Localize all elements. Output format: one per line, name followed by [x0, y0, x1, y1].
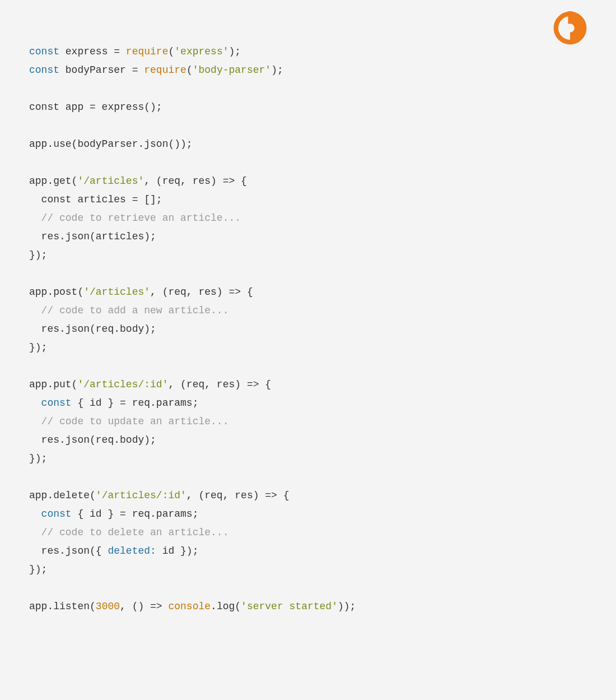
code-line: app.delete('/articles/:id', (req, res) =… — [29, 486, 356, 505]
code-token: }); — [29, 342, 47, 353]
code-token: ); — [229, 46, 241, 57]
code-token — [29, 527, 41, 538]
code-token: const — [29, 64, 59, 76]
code-line: app.listen(3000, () => console.log('serv… — [29, 597, 356, 616]
code-token: 'body-parser' — [193, 64, 271, 76]
code-token: , (req, res) => { — [150, 286, 253, 298]
code-token: // code to add a new article... — [41, 305, 229, 316]
code-line: res.json(req.body); — [29, 431, 356, 449]
code-line: const app = express(); — [29, 98, 356, 117]
code-token: require — [126, 46, 169, 57]
code-line: const bodyParser = require('body-parser'… — [29, 61, 356, 80]
code-token: }); — [29, 249, 47, 261]
code-token: // code to retrieve an article... — [41, 212, 241, 224]
code-token: res.json(articles); — [29, 231, 156, 242]
code-line — [29, 579, 356, 597]
code-token: require — [144, 64, 186, 76]
code-token: { id } = req.params; — [72, 508, 199, 520]
code-token: const app = express(); — [29, 101, 162, 113]
code-block: const express = require('express');const… — [29, 43, 356, 616]
code-token: .log( — [211, 601, 241, 612]
code-token: res.json({ — [29, 545, 108, 557]
code-token: , (req, res) => { — [186, 490, 290, 501]
code-line: // code to retrieve an article... — [29, 209, 356, 228]
code-line: app.get('/articles', (req, res) => { — [29, 172, 356, 191]
code-token: deleted: — [108, 545, 156, 557]
code-line: // code to delete an article... — [29, 523, 356, 542]
code-line: app.use(bodyParser.json()); — [29, 135, 356, 154]
code-token: const — [41, 508, 72, 520]
code-line — [29, 117, 356, 135]
code-line: app.post('/articles', (req, res) => { — [29, 283, 356, 302]
code-token: '/articles' — [77, 175, 144, 187]
code-token: { id } = req.params; — [72, 397, 199, 409]
code-token: app.post( — [29, 286, 83, 298]
code-token: app.delete( — [29, 490, 96, 501]
code-token: res.json(req.body); — [29, 323, 156, 335]
code-token: ); — [271, 64, 283, 76]
code-token: console — [168, 601, 211, 612]
code-token: '/articles/:id' — [96, 490, 186, 501]
code-token: }); — [29, 564, 47, 575]
code-token: '/articles' — [83, 286, 150, 298]
code-line: // code to add a new article... — [29, 302, 356, 320]
code-token: app.listen( — [29, 601, 96, 612]
code-token: , () => — [120, 601, 168, 612]
code-token: const articles = []; — [29, 194, 162, 205]
brand-logo-icon — [553, 11, 587, 45]
code-token — [29, 416, 41, 427]
code-token: bodyParser = — [59, 64, 144, 76]
code-token: id }); — [156, 545, 199, 557]
code-line: }); — [29, 560, 356, 579]
svg-point-2 — [566, 24, 575, 33]
code-token — [29, 305, 41, 316]
code-token: , (req, res) => { — [168, 379, 271, 390]
code-token — [29, 397, 41, 409]
code-token: app.put( — [29, 379, 77, 390]
code-token: )); — [338, 601, 356, 612]
code-line — [29, 468, 356, 486]
code-line — [29, 357, 356, 376]
code-line: const articles = []; — [29, 191, 356, 209]
code-line: const { id } = req.params; — [29, 505, 356, 523]
code-token: 'express' — [174, 46, 228, 57]
code-line: res.json({ deleted: id }); — [29, 542, 356, 560]
code-line: }); — [29, 246, 356, 265]
code-token: app.use(bodyParser.json()); — [29, 138, 193, 150]
code-token: 'server started' — [241, 601, 338, 612]
code-line: }); — [29, 339, 356, 357]
code-line: const { id } = req.params; — [29, 394, 356, 412]
code-token — [29, 212, 41, 224]
code-line: res.json(req.body); — [29, 320, 356, 339]
code-line — [29, 265, 356, 283]
code-token: // code to update an article... — [41, 416, 229, 427]
code-token: ( — [168, 46, 174, 57]
code-line: res.json(articles); — [29, 228, 356, 246]
code-token: express = — [59, 46, 126, 57]
code-token: const — [41, 397, 72, 409]
code-line: const express = require('express'); — [29, 43, 356, 61]
code-line — [29, 80, 356, 98]
code-token: ( — [186, 64, 193, 76]
code-token: , (req, res) => { — [144, 175, 247, 187]
code-token — [29, 508, 41, 520]
code-token: 3000 — [96, 601, 120, 612]
code-line — [29, 154, 356, 172]
code-token: }); — [29, 453, 47, 464]
code-token: res.json(req.body); — [29, 434, 156, 446]
code-token: '/articles/:id' — [77, 379, 168, 390]
code-token: app.get( — [29, 175, 77, 187]
code-token: const — [29, 46, 59, 57]
code-token: // code to delete an article... — [41, 527, 229, 538]
code-line: app.put('/articles/:id', (req, res) => { — [29, 376, 356, 394]
code-line: // code to update an article... — [29, 412, 356, 431]
code-line: }); — [29, 449, 356, 468]
